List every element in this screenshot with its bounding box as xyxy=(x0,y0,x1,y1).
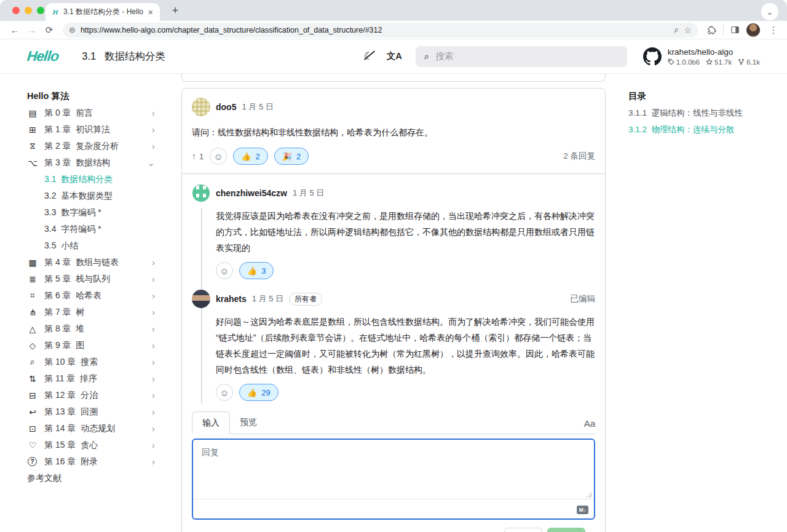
new-tab-button[interactable]: + xyxy=(167,2,183,18)
previous-card-bottom-edge xyxy=(181,74,606,82)
avatar[interactable] xyxy=(192,290,210,308)
bookmark-star-icon[interactable]: ☆ xyxy=(684,25,692,35)
hello-algo-logo[interactable]: Hello xyxy=(26,48,60,65)
back-icon[interactable]: ← xyxy=(7,25,22,35)
calculator-icon: ⊞ xyxy=(27,125,38,135)
sidebar-subitem-3-5[interactable]: 3.5 小结 xyxy=(27,237,177,254)
chevron-right-icon: › xyxy=(152,290,155,301)
resize-handle[interactable] xyxy=(587,492,592,498)
markdown-icon[interactable]: M↓ xyxy=(577,506,588,514)
sidebar-item-label: 第 11 章 排序 xyxy=(44,373,152,384)
fullscreen-window-button[interactable] xyxy=(37,7,44,14)
browser-menu-kebab-icon[interactable]: ⋮ xyxy=(766,25,781,36)
sidebar-item-chapter-6[interactable]: ⌗第 6 章 哈希表› xyxy=(27,287,155,304)
reply-date: 1 月 5 日 xyxy=(293,188,324,199)
sidebar-item-label: 第 3 章 数据结构 xyxy=(44,157,147,169)
sidebar-item-chapter-11[interactable]: ⇅第 11 章 排序› xyxy=(27,370,155,387)
chevron-right-icon: › xyxy=(152,357,155,367)
reply-box: 输入 预览 Aa 回复 M↓ 取消 回复 xyxy=(182,411,605,532)
add-reaction-button[interactable]: ☺ xyxy=(216,262,233,279)
reaction-tada-pill[interactable]: 🎉2 xyxy=(274,148,309,165)
cancel-button[interactable]: 取消 xyxy=(504,528,542,532)
sidebar-item-chapter-16[interactable]: ?第 16 章 附录› xyxy=(27,453,155,470)
toc-title: 目录 xyxy=(628,88,776,105)
hourglass-icon: ⧖ xyxy=(27,141,38,151)
reaction-thumbsup-pill[interactable]: 👍3 xyxy=(239,262,274,279)
tab-search-chevron-icon[interactable]: ⌄ xyxy=(761,3,778,20)
sidebar-item-chapter-14[interactable]: ⊡第 14 章 动态规划› xyxy=(27,420,155,437)
reply-author[interactable]: krahets xyxy=(216,294,247,304)
reply-submit-button[interactable]: 回复 xyxy=(547,528,585,532)
github-repo-link[interactable]: krahets/hello-algo 1.0.0b6 51.7k 6.1k xyxy=(643,47,760,66)
reply-author[interactable]: chenzhiwei54czw xyxy=(216,188,287,198)
sidebar-item-label: 第 8 章 堆 xyxy=(44,324,152,335)
comment-date: 1 月 5 日 xyxy=(242,101,273,113)
address-bar[interactable]: ⊜ https://www.hello-algo.com/chapter_dat… xyxy=(63,23,698,38)
site-settings-icon[interactable]: ⊜ xyxy=(69,25,76,34)
browser-tab[interactable]: H 3.1 数据结构分类 - Hello 算法 × xyxy=(45,3,160,21)
upvote-count: 1 xyxy=(199,152,204,161)
tab-write[interactable]: 输入 xyxy=(192,411,230,434)
toc-item-3-1-2[interactable]: 3.1.2 物理结构：连续与分散 xyxy=(628,121,776,138)
forward-icon[interactable]: → xyxy=(25,25,39,35)
extensions-puzzle-icon[interactable] xyxy=(706,25,717,35)
avatar[interactable] xyxy=(192,98,210,116)
tag-icon xyxy=(668,58,674,65)
repo-stars: 51.7k xyxy=(714,58,732,66)
sidebar-item-references[interactable]: 参考文献 xyxy=(27,470,177,486)
sidebar-item-label: 第 7 章 树 xyxy=(44,307,152,318)
comment-actions: ↑1 ☺ 👍2 🎉2 2 条回复 xyxy=(182,140,605,173)
sidebar-item-chapter-4[interactable]: ▦第 4 章 数组与链表› xyxy=(27,254,155,271)
sidebar-item-chapter-9[interactable]: ◇第 9 章 图› xyxy=(27,337,155,354)
tab-close-icon[interactable]: × xyxy=(147,7,154,17)
avatar[interactable] xyxy=(192,184,210,202)
page-zoom-icon[interactable]: ⌕ xyxy=(674,25,679,35)
sidebar-item-chapter-13[interactable]: ↩第 13 章 回溯› xyxy=(27,403,155,420)
editor-footer-divider xyxy=(193,499,594,499)
side-panel-icon[interactable] xyxy=(730,25,740,35)
sidebar-item-chapter-3[interactable]: ⌥第 3 章 数据结构⌄ xyxy=(27,154,155,171)
search-input[interactable]: ⌕ 搜索 xyxy=(416,46,627,67)
sidebar-item-chapter-10[interactable]: ⌕第 10 章 搜索› xyxy=(27,354,155,370)
chevron-right-icon: › xyxy=(152,324,155,334)
upvote-button[interactable]: ↑1 xyxy=(192,151,204,161)
sidebar-subitem-3-1[interactable]: 3.1 数据结构分类 xyxy=(27,171,177,188)
owner-badge: 所有者 xyxy=(289,293,322,306)
sidebar-item-chapter-8[interactable]: △第 8 章 堆› xyxy=(27,320,155,337)
tree-icon: ⋔ xyxy=(27,308,38,317)
theme-toggle-icon[interactable]: ☾ xyxy=(364,50,373,63)
sidebar-item-chapter-5[interactable]: ≣第 5 章 栈与队列› xyxy=(27,271,155,287)
sort-icon: ⇅ xyxy=(27,374,38,384)
reload-icon[interactable]: ⟳ xyxy=(42,25,57,36)
sidebar-subitem-3-4[interactable]: 3.4 字符编码 * xyxy=(27,221,177,237)
browser-profile-avatar[interactable] xyxy=(746,23,760,37)
add-reaction-button[interactable]: ☺ xyxy=(210,148,227,165)
language-switch-icon[interactable]: 文A xyxy=(387,50,402,62)
sidebar-item-chapter-7[interactable]: ⋔第 7 章 树› xyxy=(27,304,155,320)
toolbar-divider xyxy=(723,25,724,35)
sidebar-item-chapter-2[interactable]: ⧖第 2 章 复杂度分析› xyxy=(27,138,155,154)
greedy-heart-icon: ♡ xyxy=(27,440,38,450)
sidebar-subitem-3-3[interactable]: 3.3 数字编码 * xyxy=(27,204,177,221)
reaction-thumbsup-pill[interactable]: 👍29 xyxy=(239,384,279,401)
sidebar-item-chapter-1[interactable]: ⊞第 1 章 初识算法› xyxy=(27,121,155,138)
sidebar-item-chapter-12[interactable]: ⊟第 12 章 分治› xyxy=(27,387,155,403)
sidebar-item-chapter-15[interactable]: ♡第 15 章 贪心› xyxy=(27,437,155,453)
chevron-right-icon: › xyxy=(152,257,155,268)
minimize-window-button[interactable] xyxy=(25,7,32,14)
tab-preview[interactable]: 预览 xyxy=(230,411,267,434)
toc-item-3-1-1[interactable]: 3.1.1 逻辑结构：线性与非线性 xyxy=(628,105,776,121)
repo-version: 1.0.0b6 xyxy=(676,58,700,66)
github-logo-icon xyxy=(643,47,662,66)
chevron-right-icon: › xyxy=(152,407,155,417)
comment-author[interactable]: doo5 xyxy=(216,102,236,112)
add-reaction-button[interactable]: ☺ xyxy=(216,384,233,401)
sidebar-subitem-3-2[interactable]: 3.2 基本数据类型 xyxy=(27,188,177,204)
reaction-thumbsup-pill[interactable]: 👍2 xyxy=(233,148,267,165)
text-format-button[interactable]: Aa xyxy=(584,418,595,434)
close-window-button[interactable] xyxy=(12,7,20,14)
reaction-count: 2 xyxy=(296,152,301,161)
reply-textarea[interactable]: 回复 M↓ xyxy=(192,439,595,520)
sidebar-item-label: 第 2 章 复杂度分析 xyxy=(44,141,152,152)
sidebar-item-chapter-0[interactable]: ▤第 0 章 前言› xyxy=(27,105,155,121)
